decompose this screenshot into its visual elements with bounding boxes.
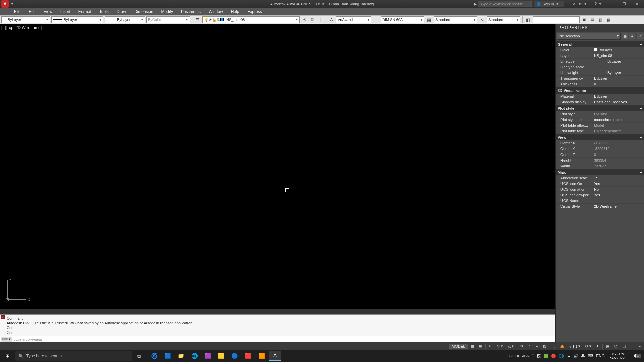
- tray-icon[interactable]: 🔴: [551, 354, 556, 358]
- tray-cloud-icon[interactable]: ☁: [567, 354, 571, 358]
- task-view-icon[interactable]: ⧉: [132, 353, 146, 359]
- arrow-icon[interactable]: ▶: [472, 2, 478, 6]
- tray-network-icon[interactable]: 🖧: [581, 354, 585, 358]
- polar-icon[interactable]: ⊕ ▾: [495, 343, 504, 349]
- tray-icon[interactable]: 🌐: [559, 354, 564, 358]
- taskbar-app[interactable]: 🟦: [162, 351, 174, 361]
- taskbar-explorer[interactable]: 📁: [175, 351, 187, 361]
- dimstyle-icon[interactable]: ⟊: [373, 16, 379, 23]
- prop-row[interactable]: Shadow displayCasts and Receives...: [556, 99, 644, 105]
- prop-row[interactable]: Thickness0: [556, 81, 644, 87]
- isolate-icon[interactable]: ◫: [621, 343, 627, 349]
- tablestyle-icon[interactable]: ▦: [426, 16, 432, 23]
- viewport-label[interactable]: [–][Top][2D Wireframe]: [1, 25, 42, 30]
- menu-help[interactable]: Help: [227, 8, 244, 15]
- prop-row[interactable]: LineweightByLayer: [556, 70, 644, 76]
- linetype-combo[interactable]: ByLayer▼: [51, 16, 103, 23]
- layer-iso-icon[interactable]: ⇪: [317, 16, 324, 23]
- taskbar-app[interactable]: 🌀: [148, 351, 160, 361]
- lineweight-icon[interactable]: ≡: [535, 344, 539, 349]
- prop-row[interactable]: Annotation scale1:1: [556, 175, 644, 181]
- prop-row[interactable]: Plot table attac...Model: [556, 123, 644, 128]
- prop-row[interactable]: LayerNS_dim 08: [556, 53, 644, 59]
- mleaderstyle-combo[interactable]: Standard▼: [487, 16, 520, 23]
- tray-icon[interactable]: 🟩: [543, 354, 548, 358]
- toolbar-search-input[interactable]: [533, 16, 580, 23]
- textstyle-icon[interactable]: A̲: [328, 16, 335, 23]
- cmd-close-icon[interactable]: ×: [1, 315, 5, 319]
- command-input[interactable]: ⌨ ▾ Type a command: [0, 336, 555, 342]
- chevron-down-icon[interactable]: ▼: [599, 2, 602, 6]
- start-button[interactable]: ⊞: [0, 350, 15, 362]
- exchange-icon[interactable]: ✕: [571, 2, 577, 6]
- menu-parametric[interactable]: Parametric: [177, 8, 205, 15]
- mleaderstyle-icon[interactable]: ↘: [479, 16, 485, 23]
- layer-state-icon[interactable]: ⧉: [309, 16, 316, 23]
- prop-row[interactable]: Center X-1283989: [556, 140, 644, 146]
- color-combo[interactable]: ByLayer▼: [1, 16, 50, 23]
- prop-section-header[interactable]: View–: [556, 134, 644, 140]
- dimstyle-combo[interactable]: DIM SN 60A▼: [381, 16, 424, 23]
- prop-row[interactable]: Linetype scale1: [556, 64, 644, 70]
- prop-row[interactable]: Plot styleByColor: [556, 111, 644, 117]
- design-indicator[interactable]: 03_DESIGN: [509, 354, 530, 358]
- layer-previous-icon[interactable]: ⟲: [301, 16, 308, 23]
- selection-combo[interactable]: No selection▼: [557, 33, 621, 40]
- model-viewport[interactable]: [–][Top][2D Wireframe] Y X: [0, 24, 555, 309]
- signin-button[interactable]: 👤 Sign In ▼: [534, 1, 564, 7]
- prop-row[interactable]: LinetypeByLayer: [556, 59, 644, 64]
- status-model[interactable]: MODEL: [449, 344, 468, 349]
- qat-dropdown-icon[interactable]: ▼: [11, 2, 14, 6]
- prop-row[interactable]: Height363354: [556, 158, 644, 163]
- tray-icon[interactable]: 🖼: [537, 354, 541, 358]
- pickadd-icon[interactable]: +: [629, 33, 635, 39]
- command-history[interactable]: Command:Autodesk DWG. This file is a Tru…: [0, 315, 555, 336]
- prop-section-header[interactable]: General–: [556, 41, 644, 47]
- plotcolor-combo[interactable]: ByColor▼: [146, 16, 190, 23]
- prop-row[interactable]: Visual Style2D Wireframe: [556, 204, 644, 209]
- prop-row[interactable]: TransparencyByLayer: [556, 76, 644, 81]
- otrack-icon[interactable]: ∠: [527, 343, 533, 349]
- menu-dimension[interactable]: Dimension: [130, 8, 157, 15]
- prop-row[interactable]: Plot style tablemonochrome.ctb: [556, 117, 644, 123]
- taskbar-notes[interactable]: 🟨: [215, 351, 227, 361]
- close-button[interactable]: ✕: [631, 0, 644, 8]
- taskbar-search[interactable]: 🔍Type here to search: [15, 351, 132, 361]
- action-center-icon[interactable]: 💬40: [630, 354, 642, 358]
- help-search-input[interactable]: Type a keyword or phrase: [478, 1, 532, 7]
- tb-icon-c[interactable]: ▥: [597, 16, 604, 23]
- tray-keyboard-icon[interactable]: ⌨: [588, 354, 593, 358]
- gear-icon[interactable]: ⚙ ▾: [584, 343, 593, 349]
- prop-row[interactable]: UCS icon OnYes: [556, 181, 644, 187]
- anno-scale[interactable]: ⟐ 1:1 ▾: [568, 343, 581, 349]
- app-logo[interactable]: A: [1, 0, 9, 8]
- textstyle-combo[interactable]: VnAvantH▼: [336, 16, 371, 23]
- prop-row[interactable]: Center Y-3290519: [556, 146, 644, 152]
- snap-icon[interactable]: ⊞: [478, 343, 483, 349]
- tb-icon-b[interactable]: ▤: [589, 16, 596, 23]
- taskbar-chrome[interactable]: 🌐: [189, 351, 201, 361]
- qp-icon[interactable]: ▣: [605, 343, 611, 349]
- taskbar-app[interactable]: 🟥: [242, 351, 254, 361]
- prop-row[interactable]: Width737037: [556, 163, 644, 169]
- ucs-icon[interactable]: Y X: [6, 280, 30, 303]
- customize-icon[interactable]: ≡: [637, 344, 642, 349]
- lineweight-combo[interactable]: ByLayer▼: [105, 16, 145, 23]
- taskbar-autocad[interactable]: A: [269, 351, 281, 361]
- misc-tb-icon[interactable]: ◧: [525, 16, 531, 23]
- layer-combo[interactable]: 💡 ☀ 🔓 🖶 NS_dim 08 ▼: [202, 16, 300, 23]
- taskbar-app[interactable]: 🟧: [256, 351, 268, 361]
- prop-row[interactable]: Center Z0: [556, 152, 644, 158]
- prop-row[interactable]: UCS icon at ori...No: [556, 187, 644, 192]
- cleanscreen-icon[interactable]: ⛶: [629, 344, 635, 349]
- chevron-down-icon[interactable]: ▼: [584, 2, 587, 6]
- taskbar-app[interactable]: 🟪: [202, 351, 214, 361]
- osnap-icon[interactable]: □ ▾: [517, 343, 525, 349]
- menu-format[interactable]: Format: [74, 8, 95, 15]
- tray-chevron-icon[interactable]: ˄: [532, 354, 534, 358]
- selectobjects-icon[interactable]: ↗: [637, 33, 643, 39]
- prop-section-header[interactable]: 3D Visualization–: [556, 87, 644, 94]
- tablestyle-combo[interactable]: Standard▼: [434, 16, 477, 23]
- menu-view[interactable]: View: [40, 8, 56, 15]
- maximize-button[interactable]: ☐: [617, 0, 631, 8]
